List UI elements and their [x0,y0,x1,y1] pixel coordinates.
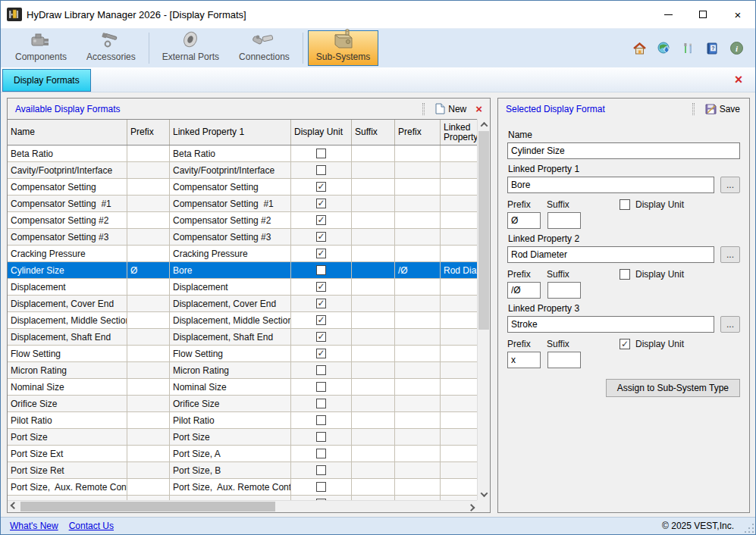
display-unit-cell[interactable] [291,312,352,328]
column-header-suffix[interactable]: Suffix [352,120,395,145]
display-unit-checkbox[interactable] [316,299,326,308]
display-unit-checkbox[interactable] [316,399,326,408]
tab-display-formats[interactable]: Display Formats [2,69,91,92]
display-unit-checkbox[interactable] [316,182,326,192]
column-header-name[interactable]: Name [8,120,127,145]
info-icon[interactable]: i [729,42,743,55]
display-unit-cell[interactable] [291,145,352,161]
whats-new-link[interactable]: What's New [10,521,58,531]
suffix-2-field[interactable] [547,282,581,299]
table-row[interactable]: Displacement, Cover EndDisplacement, Cov… [8,296,477,312]
display-unit-checkbox[interactable] [316,249,326,258]
close-button[interactable]: × [720,1,755,28]
vertical-scrollbar[interactable] [477,119,490,500]
linked-property-1-field[interactable] [507,177,714,193]
toolbar-item-connections[interactable]: Connections [231,30,298,66]
web-download-icon[interactable] [657,42,670,55]
column-header-prefix[interactable]: Prefix [395,120,441,145]
display-unit-cell[interactable] [291,162,352,178]
horizontal-scrollbar[interactable] [8,500,477,512]
assign-to-sub-system-type-button[interactable]: Assign to Sub-System Type [606,379,740,397]
display-unit-2-checkbox[interactable] [620,269,630,280]
display-unit-cell[interactable] [291,229,352,245]
browse-linked-property-3-button[interactable]: ... [720,316,740,333]
display-unit-cell[interactable] [291,296,352,311]
maximize-button[interactable] [685,1,720,28]
display-unit-checkbox[interactable] [316,215,326,225]
display-unit-cell[interactable] [291,396,352,411]
save-button[interactable]: Save [702,102,743,116]
display-unit-checkbox[interactable] [316,165,326,175]
contact-us-link[interactable]: Contact Us [69,521,114,531]
table-row[interactable]: Cracking PressureCracking Pressure [8,246,477,262]
display-unit-cell[interactable] [291,246,352,261]
home-icon[interactable] [632,42,646,55]
display-unit-checkbox[interactable] [316,332,326,342]
suffix-1-field[interactable] [547,212,581,229]
scroll-right-button[interactable] [465,501,477,512]
table-row[interactable]: Port Size, Aux. Remote ControlPort Size,… [8,479,477,496]
display-unit-cell[interactable] [291,362,352,378]
display-unit-checkbox[interactable] [316,482,326,492]
display-unit-cell[interactable] [291,329,352,345]
scroll-up-button[interactable] [478,119,491,130]
browse-linked-property-2-button[interactable]: ... [720,246,740,263]
display-unit-checkbox[interactable] [316,365,326,375]
table-row[interactable]: Cavity/Footprint/InterfaceCavity/Footpri… [8,162,477,179]
prefix-2-field[interactable] [507,282,541,299]
toolbar-item-external-ports[interactable]: External Ports [154,30,227,66]
display-unit-checkbox[interactable] [316,315,326,325]
column-header-linked-property-1[interactable]: Linked Property 1 [170,120,291,145]
delete-format-button[interactable]: × [474,102,484,115]
display-unit-cell[interactable] [291,196,352,211]
display-unit-checkbox[interactable] [316,449,326,458]
display-unit-cell[interactable] [291,479,352,495]
display-unit-checkbox[interactable] [316,465,326,475]
minimize-button[interactable] [651,1,685,28]
toolbar-item-components[interactable]: Components [7,30,75,66]
close-view-button[interactable]: × [731,72,746,87]
table-row[interactable]: Flow SettingFlow Setting [8,346,477,362]
new-button[interactable]: New [432,102,469,116]
column-header-prefix[interactable]: Prefix [127,120,170,145]
linked-property-3-field[interactable] [507,316,714,333]
suffix-3-field[interactable] [547,352,581,368]
table-row[interactable]: Compensator Setting #3Compensator Settin… [8,229,477,246]
table-row[interactable]: Port Size RetPort Size, B [8,462,477,479]
table-row[interactable]: Port SizePort Size [8,429,477,446]
display-unit-1-checkbox[interactable] [620,199,630,210]
table-row[interactable]: Compensator Setting #2Compensator Settin… [8,212,477,229]
horizontal-scroll-thumb[interactable] [20,502,275,512]
display-unit-cell[interactable] [291,412,352,428]
column-header-linked-property[interactable]: Linked Property [441,120,477,145]
name-field[interactable] [507,142,740,159]
toolbar-item-sub-systems[interactable]: Sub-Systems [308,30,378,66]
display-unit-cell[interactable] [291,446,352,461]
table-row[interactable]: Displacement, Shaft EndDisplacement, Sha… [8,329,477,346]
display-unit-cell[interactable] [291,346,352,361]
display-unit-cell[interactable] [291,179,352,195]
tools-icon[interactable] [681,42,695,55]
display-unit-checkbox[interactable] [316,382,326,392]
table-row[interactable]: Compensator Setting #1Compensator Settin… [8,196,477,212]
table-row[interactable]: Beta RatioBeta Ratio [8,145,477,162]
table-row[interactable]: Compensator SettingCompensator Setting [8,179,477,196]
column-header-display-unit[interactable]: Display Unit [291,120,352,145]
display-unit-cell[interactable] [291,279,352,295]
scroll-left-button[interactable] [8,501,20,512]
display-unit-checkbox[interactable] [316,232,326,242]
vertical-scroll-thumb[interactable] [478,131,489,330]
table-row[interactable]: Micron RatingMicron Rating [8,362,477,379]
prefix-3-field[interactable] [507,352,541,368]
display-unit-cell[interactable] [291,262,352,278]
table-row[interactable]: DisplacementDisplacement [8,279,477,296]
table-row[interactable]: Displacement, Middle SectionDisplacement… [8,312,477,329]
display-unit-checkbox[interactable] [316,282,326,292]
display-unit-cell[interactable] [291,429,352,445]
help-book-icon[interactable]: ? [705,42,719,55]
table-row[interactable]: Pilot RatioPilot Ratio [8,412,477,429]
display-unit-cell[interactable] [291,462,352,478]
display-unit-cell[interactable] [291,379,352,395]
table-row[interactable]: Port Size ExtPort Size, A [8,446,477,462]
scroll-down-button[interactable] [478,489,491,500]
